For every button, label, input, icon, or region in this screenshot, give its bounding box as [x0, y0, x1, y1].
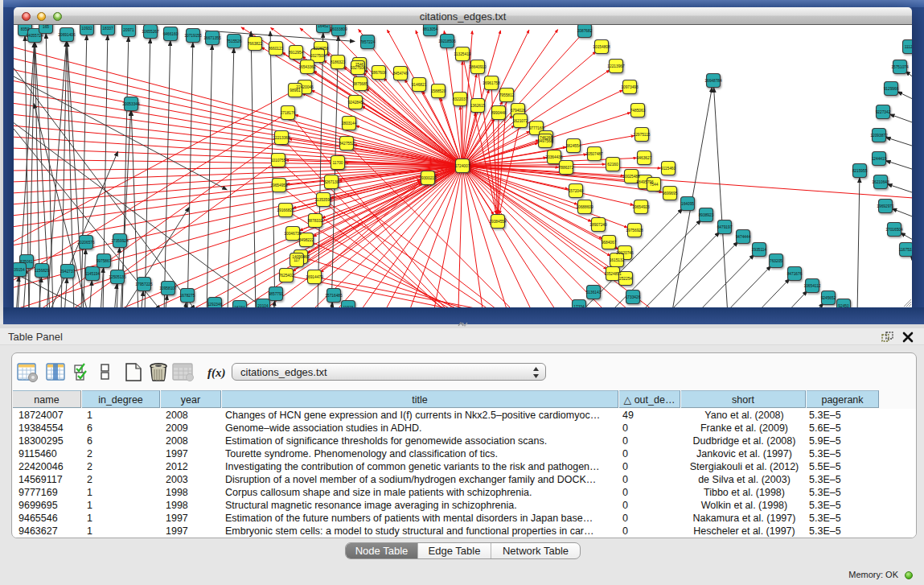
svg-text:1167533: 1167533 [899, 248, 912, 252]
svg-text:12975115: 12975115 [634, 133, 651, 137]
svg-text:16961758: 16961758 [483, 81, 500, 85]
svg-text:8990448: 8990448 [491, 111, 507, 115]
svg-text:8350: 8350 [21, 27, 30, 31]
svg-text:7544: 7544 [650, 183, 659, 187]
svg-text:9242845: 9242845 [348, 101, 363, 105]
svg-text:3498222: 3498222 [299, 238, 314, 242]
svg-text:10507487: 10507487 [585, 152, 603, 156]
svg-text:20691406: 20691406 [58, 33, 76, 37]
svg-text:1615132: 1615132 [610, 258, 625, 262]
svg-text:19166827: 19166827 [277, 208, 294, 212]
svg-text:5136141: 5136141 [586, 290, 602, 295]
svg-text:1572040: 1572040 [569, 189, 584, 193]
svg-text:8660123: 8660123 [269, 47, 284, 51]
svg-text:117: 117 [294, 258, 300, 262]
svg-text:10654112: 10654112 [804, 284, 821, 288]
svg-text:763205: 763205 [770, 259, 782, 263]
svg-text:20120746: 20120746 [616, 251, 634, 255]
svg-text:1292346: 1292346 [207, 303, 223, 307]
svg-text:5226058: 5226058 [314, 47, 329, 51]
svg-text:16210643: 16210643 [872, 180, 889, 184]
svg-text:15751074: 15751074 [891, 65, 909, 69]
svg-text:9146821: 9146821 [412, 83, 427, 87]
svg-text:16543362: 16543362 [298, 65, 316, 69]
svg-text:8427552: 8427552 [339, 142, 355, 146]
svg-text:19300215: 19300215 [419, 176, 437, 180]
svg-text:9699695: 9699695 [663, 192, 678, 196]
svg-text:7515526: 7515526 [227, 39, 242, 43]
svg-text:835061: 835061 [20, 260, 33, 264]
svg-text:2087682: 2087682 [577, 29, 593, 33]
svg-text:1145194: 1145194 [85, 272, 101, 276]
svg-text:19756928: 19756928 [626, 229, 643, 233]
svg-text:15716485: 15716485 [325, 294, 343, 298]
svg-text:3824554: 3824554 [566, 144, 581, 148]
svg-text:14055724: 14055724 [26, 34, 43, 38]
svg-text:9245652: 9245652 [821, 296, 836, 300]
svg-text:8912954: 8912954 [289, 51, 304, 55]
svg-text:9463627: 9463627 [637, 156, 652, 160]
svg-text:165: 165 [43, 25, 49, 29]
svg-text:9857791: 9857791 [269, 292, 284, 296]
svg-text:f(x): f(x) [207, 366, 226, 380]
svg-text:1010755: 1010755 [271, 159, 286, 163]
svg-text:10719155: 10719155 [184, 34, 202, 38]
svg-text:16914479: 16914479 [306, 275, 323, 279]
svg-text:19692971: 19692971 [877, 204, 894, 208]
svg-text:1362615: 1362615 [470, 104, 486, 108]
svg-text:8322037: 8322037 [453, 97, 468, 101]
svg-text:8471676: 8471676 [787, 272, 803, 276]
svg-text:9777169: 9777169 [529, 126, 544, 130]
svg-text:1244419: 1244419 [872, 157, 887, 161]
svg-text:8878332: 8878332 [308, 219, 323, 223]
svg-text:62160: 62160 [607, 163, 618, 167]
svg-text:9684067: 9684067 [602, 241, 617, 245]
svg-text:1724007: 1724007 [455, 164, 470, 168]
svg-text:1621072: 1621072 [513, 119, 528, 123]
svg-text:20206576: 20206576 [77, 241, 95, 245]
svg-text:17957225: 17957225 [135, 282, 153, 286]
svg-text:20971: 20971 [123, 28, 134, 32]
svg-text:8938923: 8938923 [699, 213, 714, 217]
svg-text:9327500: 9327500 [310, 54, 326, 58]
svg-text:20053346: 20053346 [122, 102, 140, 106]
svg-text:9227342: 9227342 [876, 110, 891, 114]
svg-text:19218506: 19218506 [438, 39, 456, 43]
svg-text:10655267: 10655267 [142, 30, 159, 34]
svg-text:2803144: 2803144 [342, 122, 357, 126]
svg-text:17359924: 17359924 [111, 239, 129, 243]
svg-text:1733426: 1733426 [626, 295, 641, 299]
svg-text:13524851: 13524851 [604, 272, 622, 276]
svg-text:2942737: 2942737 [60, 270, 76, 274]
svg-text:10046736: 10046736 [284, 232, 302, 236]
svg-text:20364436: 20364436 [545, 155, 563, 159]
svg-text:8215955: 8215955 [852, 169, 868, 173]
svg-text:7857224: 7857224 [360, 40, 376, 44]
svg-text:10688609: 10688609 [576, 205, 593, 209]
svg-text:9129966: 9129966 [884, 87, 899, 91]
svg-text:8813054: 8813054 [423, 27, 438, 31]
svg-text:19654923: 19654923 [632, 205, 650, 209]
svg-text:10958107: 10958107 [159, 286, 177, 290]
svg-text:18640910: 18640910 [469, 65, 487, 69]
svg-text:7663822: 7663822 [248, 42, 263, 46]
svg-text:10154808: 10154808 [593, 45, 610, 49]
svg-text:7886372: 7886372 [559, 166, 574, 170]
svg-text:98961: 98961 [290, 89, 301, 93]
svg-text:11325419: 11325419 [454, 52, 471, 56]
svg-text:11353594: 11353594 [315, 198, 332, 202]
svg-text:164095: 164095 [681, 202, 694, 206]
svg-text:9327508: 9327508 [351, 66, 366, 70]
svg-text:2935114: 2935114 [752, 248, 767, 252]
svg-text:16648784: 16648784 [704, 79, 722, 83]
svg-text:1678275: 1678275 [180, 294, 195, 298]
svg-text:3875685: 3875685 [353, 82, 368, 86]
svg-text:18337: 18337 [102, 27, 113, 31]
svg-text:12213369: 12213369 [273, 136, 290, 140]
svg-text:6794028: 6794028 [511, 109, 526, 113]
svg-text:9115460: 9115460 [661, 167, 676, 171]
svg-text:18907249: 18907249 [589, 223, 607, 227]
svg-text:8454749: 8454749 [393, 72, 409, 76]
svg-text:7485063: 7485063 [630, 109, 646, 113]
svg-text:16452: 16452 [318, 25, 329, 28]
